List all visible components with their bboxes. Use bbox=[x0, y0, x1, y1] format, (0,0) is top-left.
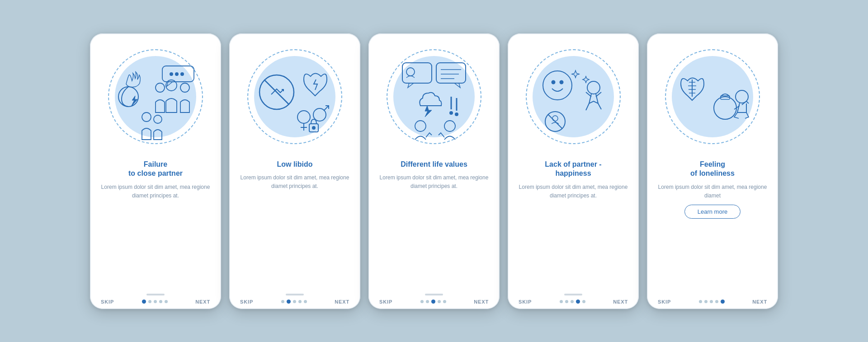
dot-2-4 bbox=[298, 300, 302, 303]
dot-5-1 bbox=[699, 300, 702, 303]
dot-1-2 bbox=[148, 300, 151, 303]
illustration-svg-4 bbox=[519, 42, 627, 151]
svg-point-33 bbox=[560, 80, 563, 84]
nav-next-3[interactable]: NEXT bbox=[474, 299, 489, 305]
dot-2-3 bbox=[293, 300, 296, 303]
card-body-2: Lorem ipsum dolor sit dim amet, mea regi… bbox=[239, 173, 350, 191]
svg-point-9 bbox=[154, 115, 162, 123]
text-area-5: Feeling of loneliness Lorem ipsum dolor … bbox=[647, 160, 778, 294]
nav-dots-2 bbox=[281, 300, 307, 304]
svg-point-18 bbox=[312, 126, 315, 129]
dot-3-1 bbox=[420, 300, 424, 303]
nav-skip-1[interactable]: SKIP bbox=[101, 299, 114, 305]
svg-point-7 bbox=[181, 73, 184, 75]
dot-4-1 bbox=[560, 300, 563, 303]
text-area-2: Low libido Lorem ipsum dolor sit dim ame… bbox=[229, 160, 360, 294]
card-title-3: Different life values bbox=[401, 160, 467, 169]
svg-rect-21 bbox=[436, 63, 466, 83]
dot-4-2 bbox=[565, 300, 568, 303]
nav-dots-3 bbox=[420, 300, 446, 304]
nav-skip-4[interactable]: SKIP bbox=[519, 299, 532, 305]
dot-1-1 bbox=[142, 300, 146, 304]
illustration-area-4 bbox=[508, 33, 639, 160]
scroll-indicator-4 bbox=[564, 294, 582, 295]
phone-screen-4: Lack of partner - happiness Lorem ipsum … bbox=[508, 33, 639, 309]
svg-point-29 bbox=[415, 121, 426, 131]
scroll-indicator-3 bbox=[425, 294, 443, 295]
dot-3-3 bbox=[431, 300, 435, 304]
dot-5-3 bbox=[710, 300, 713, 303]
dot-3-2 bbox=[426, 300, 429, 303]
svg-point-34 bbox=[587, 81, 600, 94]
text-area-4: Lack of partner - happiness Lorem ipsum … bbox=[508, 160, 639, 294]
dot-4-3 bbox=[571, 300, 574, 303]
illustration-area-1 bbox=[90, 33, 221, 160]
dot-2-5 bbox=[304, 300, 307, 303]
svg-point-12 bbox=[297, 111, 310, 123]
card-body-3: Lorem ipsum dolor sit dim amet, mea regi… bbox=[378, 173, 490, 191]
svg-point-31 bbox=[543, 71, 572, 100]
svg-line-16 bbox=[324, 106, 329, 111]
dot-5-2 bbox=[704, 300, 708, 303]
dot-3-5 bbox=[443, 300, 446, 303]
dot-2-1 bbox=[281, 300, 284, 303]
dot-2-2 bbox=[287, 300, 291, 304]
scroll-indicator-2 bbox=[286, 294, 304, 295]
phone-screen-3: Different life values Lorem ipsum dolor … bbox=[368, 33, 500, 309]
dot-4-4 bbox=[576, 300, 580, 304]
screens-container: Failure to close partner Lorem ipsum dol… bbox=[90, 33, 778, 309]
dot-1-5 bbox=[165, 300, 168, 303]
dot-1-3 bbox=[154, 300, 157, 303]
nav-row-3: SKIP NEXT bbox=[368, 299, 500, 309]
nav-row-2: SKIP NEXT bbox=[229, 299, 360, 309]
dot-3-4 bbox=[438, 300, 441, 303]
svg-line-11 bbox=[264, 80, 289, 104]
svg-point-3 bbox=[156, 83, 165, 92]
nav-next-4[interactable]: NEXT bbox=[613, 299, 628, 305]
scroll-indicator-1 bbox=[146, 294, 165, 295]
svg-line-36 bbox=[548, 114, 562, 129]
svg-point-30 bbox=[444, 121, 455, 131]
illustration-area-5 bbox=[647, 33, 778, 160]
svg-point-32 bbox=[552, 80, 555, 84]
svg-point-26 bbox=[450, 112, 453, 114]
card-body-5: Lorem ipsum dolor sit dim amet, mea regi… bbox=[657, 183, 768, 200]
phone-screen-5: Feeling of loneliness Lorem ipsum dolor … bbox=[647, 33, 778, 309]
svg-point-2 bbox=[180, 83, 189, 92]
nav-skip-2[interactable]: SKIP bbox=[240, 299, 253, 305]
svg-point-28 bbox=[455, 113, 458, 116]
card-title-5: Feeling of loneliness bbox=[690, 160, 735, 179]
dot-4-5 bbox=[582, 300, 585, 303]
nav-skip-3[interactable]: SKIP bbox=[379, 299, 392, 305]
svg-point-8 bbox=[142, 112, 151, 122]
nav-next-2[interactable]: NEXT bbox=[335, 299, 349, 305]
phone-screen-2: Low libido Lorem ipsum dolor sit dim ame… bbox=[229, 33, 360, 309]
nav-next-5[interactable]: NEXT bbox=[752, 299, 767, 305]
svg-point-39 bbox=[714, 97, 736, 119]
dot-1-4 bbox=[159, 300, 162, 303]
nav-dots-4 bbox=[560, 300, 585, 304]
card-body-4: Lorem ipsum dolor sit dim amet, mea regi… bbox=[518, 183, 629, 200]
svg-point-20 bbox=[406, 68, 415, 76]
svg-point-37 bbox=[552, 116, 558, 121]
card-title-1: Failure to close partner bbox=[128, 160, 183, 179]
phone-screen-1: Failure to close partner Lorem ipsum dol… bbox=[90, 33, 221, 309]
dot-5-4 bbox=[715, 300, 718, 303]
nav-dots-1 bbox=[142, 300, 168, 304]
illustration-area-3 bbox=[368, 33, 500, 160]
illustration-svg-2 bbox=[241, 42, 349, 151]
svg-point-6 bbox=[175, 73, 178, 75]
text-area-1: Failure to close partner Lorem ipsum dol… bbox=[90, 160, 221, 294]
nav-row-5: SKIP NEXT bbox=[647, 299, 778, 309]
nav-row-1: SKIP NEXT bbox=[90, 299, 221, 309]
learn-more-button[interactable]: Learn more bbox=[684, 205, 741, 219]
illustration-area-2 bbox=[229, 33, 360, 160]
card-body-1: Lorem ipsum dolor sit dim amet, mea regi… bbox=[100, 183, 211, 200]
text-area-3: Different life values Lorem ipsum dolor … bbox=[368, 160, 500, 294]
illustration-svg-1 bbox=[101, 42, 210, 151]
nav-dots-5 bbox=[699, 300, 725, 304]
card-title-2: Low libido bbox=[277, 160, 312, 169]
nav-skip-5[interactable]: SKIP bbox=[658, 299, 671, 305]
illustration-svg-3 bbox=[380, 42, 488, 151]
nav-next-1[interactable]: NEXT bbox=[195, 299, 210, 305]
